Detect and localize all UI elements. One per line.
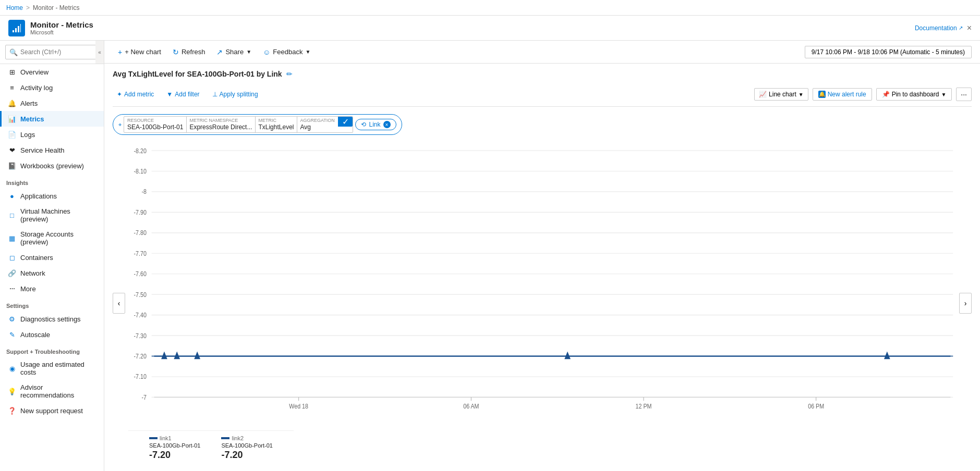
sidebar-item-support-request[interactable]: ❓ New support request xyxy=(0,403,104,418)
svg-text:-7.40: -7.40 xyxy=(134,312,147,318)
sidebar-item-autoscale[interactable]: ✎ Autoscale xyxy=(0,327,104,342)
pin-dashboard-button[interactable]: 📌 Pin to dashboard ▼ xyxy=(876,88,952,101)
new-alert-rule-button[interactable]: 🔔 New alert rule xyxy=(813,88,872,101)
svg-text:-8.10: -8.10 xyxy=(134,168,147,175)
alerts-icon: 🔔 xyxy=(8,99,16,107)
chart-more-button[interactable]: ··· xyxy=(956,88,972,101)
chart-type-label: Line chart xyxy=(769,91,796,98)
sidebar-item-label-activity-log: Activity log xyxy=(20,84,53,92)
sidebar-item-more[interactable]: ··· More xyxy=(0,281,104,296)
containers-icon: ◻ xyxy=(8,253,16,262)
time-range-button[interactable]: 9/17 10:06 PM - 9/18 10:06 PM (Automatic… xyxy=(805,46,972,58)
breadcrumb-current: Monitor - Metrics xyxy=(33,4,79,11)
search-icon: 🔍 xyxy=(9,48,18,56)
sidebar-item-service-health[interactable]: ❤ Service Health xyxy=(0,142,104,158)
link-filter-pill[interactable]: ⟲ Link × xyxy=(355,119,396,130)
sidebar-item-diagnostics[interactable]: ⚙ Diagnostics settings xyxy=(0,311,104,327)
sidebar-item-logs[interactable]: 📄 Logs xyxy=(0,127,104,142)
new-chart-label: + New chart xyxy=(125,48,161,56)
breadcrumb-separator: > xyxy=(26,4,30,11)
sidebar-item-advisor[interactable]: 💡 Advisor recommendations xyxy=(0,380,104,403)
metric-action-bar: ✦ Add metric ▼ Add filter ⊥ Apply splitt… xyxy=(113,84,972,107)
add-metric-button[interactable]: ✦ Add metric xyxy=(113,89,158,100)
chart-nav-left-button[interactable]: ‹ xyxy=(113,293,125,314)
sidebar-collapse-button[interactable]: « xyxy=(95,41,104,64)
link-filter-remove-button[interactable]: × xyxy=(383,121,391,128)
sidebar-item-workbooks[interactable]: 📓 Workbooks (preview) xyxy=(0,158,104,173)
metric-confirm-button[interactable]: ✓ xyxy=(338,117,353,127)
sidebar-item-label-overview: Overview xyxy=(20,68,49,76)
feedback-button[interactable]: ☺ Feedback ▼ xyxy=(258,45,316,59)
advisor-icon: 💡 xyxy=(8,387,16,395)
metric-field[interactable]: METRIC TxLightLevel xyxy=(255,117,297,132)
sidebar-item-virtual-machines[interactable]: □ Virtual Machines (preview) xyxy=(0,204,104,227)
pin-chevron-icon: ▼ xyxy=(941,92,946,97)
alert-rule-icon: 🔔 xyxy=(818,91,826,98)
resource-field[interactable]: RESOURCE SEA-100Gb-Port-01 xyxy=(124,117,187,132)
svg-text:-7.90: -7.90 xyxy=(134,209,147,216)
svg-rect-0 xyxy=(13,30,14,32)
chart-type-button[interactable]: 📈 Line chart ▼ xyxy=(754,88,808,101)
breadcrumb-home[interactable]: Home xyxy=(6,4,23,11)
chart-nav-right-button[interactable]: › xyxy=(959,293,972,314)
refresh-label: Refresh xyxy=(182,48,205,56)
logs-icon: 📄 xyxy=(8,130,16,139)
svg-text:-8.20: -8.20 xyxy=(134,147,147,154)
svg-text:-7.80: -7.80 xyxy=(134,230,147,237)
sidebar-item-network[interactable]: 🔗 Network xyxy=(0,265,104,281)
refresh-button[interactable]: ↻ Refresh xyxy=(167,45,211,59)
check-icon: ✓ xyxy=(342,117,349,127)
sidebar-item-label-metrics: Metrics xyxy=(20,115,44,123)
sidebar-item-usage-costs[interactable]: ◉ Usage and estimated costs xyxy=(0,357,104,380)
app-logo xyxy=(8,20,25,36)
chart-title: Avg TxLightLevel for SEA-100Gb-Port-01 b… xyxy=(113,70,282,78)
chart-type-chevron-icon: ▼ xyxy=(798,92,804,97)
edit-chart-icon[interactable]: ✏ xyxy=(286,70,293,78)
chart-legend: link1 SEA-100Gb-Port-01 -7.20 link2 SEA-… xyxy=(128,430,294,465)
feedback-chevron-icon: ▼ xyxy=(305,49,310,55)
close-button[interactable]: × xyxy=(967,23,972,33)
metric-pill: ⌖ RESOURCE SEA-100Gb-Port-01 METRIC NAME… xyxy=(113,114,402,135)
support-request-icon: ❓ xyxy=(8,406,16,415)
aggregation-field[interactable]: AGGREGATION Avg xyxy=(297,117,338,132)
namespace-field[interactable]: METRIC NAMESPACE ExpressRoute Direct... xyxy=(186,117,256,132)
share-button[interactable]: ↗ Share ▼ xyxy=(211,45,257,59)
share-chevron-icon: ▼ xyxy=(246,49,251,55)
sidebar-item-overview[interactable]: ⊞ Overview xyxy=(0,64,104,80)
splitting-icon: ⊥ xyxy=(212,91,217,98)
add-metric-icon: ✦ xyxy=(117,91,122,98)
sidebar-item-label-usage-costs: Usage and estimated costs xyxy=(20,361,98,376)
chart-marker-2 xyxy=(174,351,180,359)
apply-splitting-button[interactable]: ⊥ Apply splitting xyxy=(208,89,262,100)
breadcrumb-bar: Home > Monitor - Metrics xyxy=(0,0,980,16)
app-title-block: Monitor - Metrics Microsoft xyxy=(30,20,93,35)
sidebar-item-label-containers: Containers xyxy=(20,254,53,262)
search-input[interactable] xyxy=(5,45,99,59)
svg-rect-3 xyxy=(20,24,21,32)
link-filter-label: Link xyxy=(369,121,380,128)
metric-bar-right: 📈 Line chart ▼ 🔔 New alert rule 📌 Pin to… xyxy=(754,88,972,101)
sidebar-item-alerts[interactable]: 🔔 Alerts xyxy=(0,95,104,111)
sidebar-item-metrics[interactable]: 📊 Metrics xyxy=(0,111,104,127)
diagnostics-icon: ⚙ xyxy=(8,315,16,323)
new-chart-button[interactable]: + + New chart xyxy=(113,45,166,59)
legend-item-link2: link2 SEA-100Gb-Port-01 -7.20 xyxy=(221,435,272,461)
documentation-link[interactable]: Documentation ↗ xyxy=(915,24,963,32)
legend-resource-link2: SEA-100Gb-Port-01 xyxy=(221,442,272,449)
scope-icon: ⌖ xyxy=(118,121,122,128)
chart-marker-1 xyxy=(161,351,167,359)
sidebar-item-applications[interactable]: ● Applications xyxy=(0,188,104,204)
add-filter-button[interactable]: ▼ Add filter xyxy=(162,89,203,100)
x-label-12pm: 12 PM xyxy=(636,403,652,410)
sidebar-item-label-support-request: New support request xyxy=(20,407,83,415)
sidebar-item-storage-accounts[interactable]: ▦ Storage Accounts (preview) xyxy=(0,227,104,250)
aggregation-value: Avg xyxy=(300,123,335,131)
activity-log-icon: ≡ xyxy=(8,83,16,92)
sidebar-item-activity-log[interactable]: ≡ Activity log xyxy=(0,80,104,95)
workbooks-icon: 📓 xyxy=(8,162,16,170)
sidebar-item-label-logs: Logs xyxy=(20,131,35,139)
sidebar-item-containers[interactable]: ◻ Containers xyxy=(0,250,104,265)
chart-container: Avg TxLightLevel for SEA-100Gb-Port-01 b… xyxy=(104,64,980,471)
sidebar-item-label-more: More xyxy=(20,285,36,293)
share-label: Share xyxy=(225,48,244,56)
